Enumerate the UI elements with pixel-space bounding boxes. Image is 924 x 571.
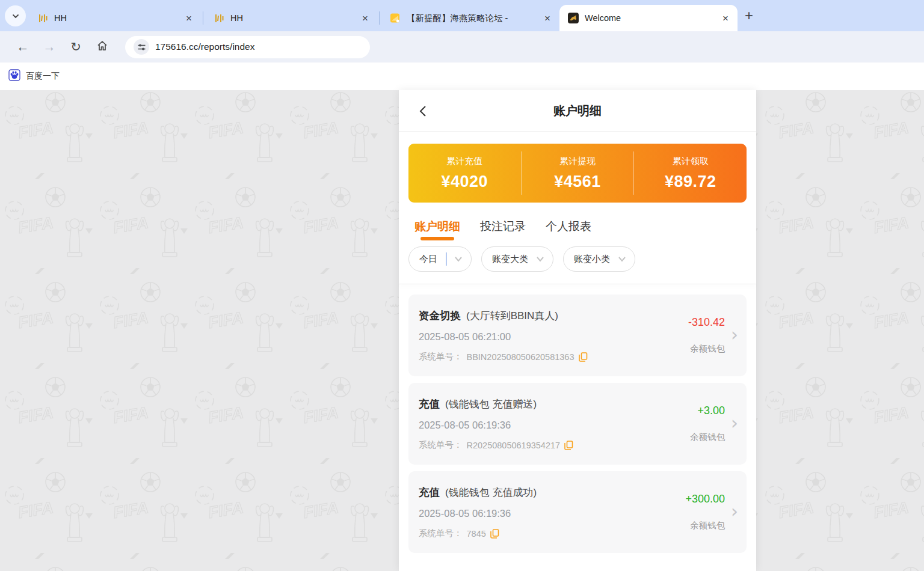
chevron-down-icon bbox=[536, 256, 544, 262]
tab-label: HH bbox=[230, 13, 352, 23]
browser-tab-hh-1[interactable]: HH × bbox=[29, 5, 201, 31]
transaction-detail: (大厅转到BBIN真人) bbox=[466, 310, 558, 322]
site-settings-icon bbox=[137, 43, 146, 52]
mail-favicon bbox=[390, 13, 401, 23]
transaction-wallet: 余额钱包 bbox=[690, 432, 725, 443]
tab-bet-records[interactable]: 投注记录 bbox=[480, 219, 526, 245]
summary-value: ¥4561 bbox=[554, 173, 601, 191]
tab-label: HH bbox=[54, 13, 176, 23]
bookmark-baidu[interactable]: 百度一下 bbox=[26, 71, 60, 82]
tab-personal-report[interactable]: 个人报表 bbox=[546, 219, 591, 245]
transaction-datetime: 2025-08-05 06:19:36 bbox=[419, 420, 653, 431]
tab-close-icon[interactable]: × bbox=[540, 11, 555, 25]
transaction-amount: +3.00 bbox=[697, 405, 725, 417]
tab-close-icon[interactable]: × bbox=[718, 11, 733, 25]
transaction-order: 系统单号： BBIN202508050620581363 bbox=[419, 351, 653, 362]
summary-total-deposit: 累计充值 ¥4020 bbox=[408, 144, 521, 203]
text-caret bbox=[446, 252, 447, 266]
transaction-list: 资金切换(大厅转到BBIN真人) 2025-08-05 06:21:00 系统单… bbox=[399, 284, 756, 553]
hh-favicon bbox=[37, 13, 48, 23]
welcome-favicon bbox=[568, 13, 579, 23]
transaction-title: 充值(钱能钱包 充值赠送) bbox=[419, 397, 653, 411]
page-content: FIFA 账户明细 bbox=[0, 90, 924, 571]
transaction-datetime: 2025-08-05 06:19:36 bbox=[419, 508, 653, 519]
summary-label: 累计领取 bbox=[673, 156, 709, 167]
bookmarks-bar: 百度一下 bbox=[0, 63, 924, 90]
transaction-detail: (钱能钱包 充值成功) bbox=[445, 487, 537, 498]
filter-label: 账变大类 bbox=[492, 254, 528, 265]
summary-label: 累计充值 bbox=[446, 156, 482, 167]
forward-button[interactable]: → bbox=[36, 40, 63, 54]
filter-minor-category-dropdown[interactable]: 账变小类 bbox=[563, 246, 635, 272]
order-label: 系统单号： bbox=[419, 351, 463, 362]
account-detail-panel: 账户明细 累计充值 ¥4020 累计提现 ¥4561 累计领取 ¥89.72 账… bbox=[399, 90, 756, 571]
back-icon[interactable] bbox=[416, 102, 431, 123]
transaction-wallet: 余额钱包 bbox=[690, 343, 725, 355]
tab-search-button[interactable] bbox=[5, 5, 26, 26]
transaction-info: 充值(钱能钱包 充值赠送) 2025-08-05 06:19:36 系统单号： … bbox=[419, 383, 653, 465]
copy-icon[interactable] bbox=[579, 352, 588, 362]
transaction-amount-block: -310.42 余额钱包 bbox=[653, 295, 725, 376]
tab-label: 【新提醒】海燕策略论坛 - bbox=[407, 13, 534, 24]
order-number: BBIN202508050620581363 bbox=[467, 352, 574, 362]
copy-icon[interactable] bbox=[490, 529, 499, 539]
url-text[interactable]: 175616.cc/reports/index bbox=[155, 41, 254, 52]
transaction-detail: (钱能钱包 充值赠送) bbox=[445, 398, 537, 410]
transaction-info: 资金切换(大厅转到BBIN真人) 2025-08-05 06:21:00 系统单… bbox=[419, 295, 653, 376]
transaction-row[interactable]: 充值(钱能钱包 充值赠送) 2025-08-05 06:19:36 系统单号： … bbox=[408, 383, 747, 465]
address-bar[interactable]: 175616.cc/reports/index bbox=[125, 36, 370, 58]
site-settings-button[interactable] bbox=[134, 39, 149, 55]
browser-tab-strip: HH × HH × 【新提醒】海燕策略论坛 - × Welcome × + bbox=[0, 0, 924, 31]
transaction-row[interactable]: 资金切换(大厅转到BBIN真人) 2025-08-05 06:21:00 系统单… bbox=[408, 295, 747, 376]
order-number: 7845 bbox=[467, 529, 486, 539]
filter-label: 账变小类 bbox=[574, 254, 610, 265]
back-button[interactable]: ← bbox=[10, 40, 36, 54]
transaction-title: 充值(钱能钱包 充值成功) bbox=[419, 485, 653, 499]
transaction-amount: +300.00 bbox=[685, 493, 725, 505]
chevron-down-icon bbox=[11, 12, 20, 20]
transaction-datetime: 2025-08-05 06:21:00 bbox=[419, 331, 653, 343]
transaction-amount: -310.42 bbox=[688, 316, 725, 329]
filter-major-category-dropdown[interactable]: 账变大类 bbox=[481, 246, 553, 272]
chevron-down-icon bbox=[454, 256, 463, 262]
filter-label: 今日 bbox=[419, 254, 437, 265]
chevron-down-icon bbox=[618, 256, 626, 262]
reload-button[interactable]: ↻ bbox=[63, 40, 89, 54]
tab-label: Welcome bbox=[585, 13, 712, 23]
baidu-favicon bbox=[8, 69, 20, 84]
order-label: 系统单号： bbox=[419, 439, 463, 451]
summary-total-claimed: 累计领取 ¥89.72 bbox=[634, 144, 747, 203]
summary-value: ¥4020 bbox=[442, 173, 488, 191]
transaction-title: 资金切换(大厅转到BBIN真人) bbox=[419, 308, 653, 323]
copy-icon[interactable] bbox=[564, 441, 573, 450]
panel-header: 账户明细 bbox=[399, 90, 756, 132]
order-label: 系统单号： bbox=[419, 528, 463, 539]
transaction-row[interactable]: 充值(钱能钱包 充值成功) 2025-08-05 06:19:36 系统单号： … bbox=[408, 471, 747, 553]
hh-favicon bbox=[214, 13, 224, 23]
summary-label: 累计提现 bbox=[559, 156, 596, 167]
transaction-amount-block: +300.00 余额钱包 bbox=[653, 471, 725, 553]
browser-tab-hh-2[interactable]: HH × bbox=[205, 5, 377, 31]
tab-account-detail[interactable]: 账户明细 bbox=[414, 219, 460, 245]
chevron-right-icon[interactable]: › bbox=[725, 324, 741, 347]
chevron-right-icon[interactable]: › bbox=[725, 501, 741, 524]
page-title: 账户明细 bbox=[553, 103, 602, 119]
page-tabs: 账户明细 投注记录 个人报表 bbox=[399, 203, 756, 245]
transaction-order: 系统单号： R202508050619354217 bbox=[419, 439, 653, 451]
transaction-info: 充值(钱能钱包 充值成功) 2025-08-05 06:19:36 系统单号： … bbox=[419, 471, 653, 553]
chevron-right-icon[interactable]: › bbox=[725, 412, 741, 436]
transaction-order: 系统单号： 7845 bbox=[419, 528, 653, 539]
tab-separator bbox=[203, 11, 203, 25]
summary-total-withdraw: 累计提现 ¥4561 bbox=[522, 144, 634, 203]
browser-tab-welcome-active[interactable]: Welcome × bbox=[559, 5, 738, 31]
transaction-amount-block: +3.00 余额钱包 bbox=[653, 383, 725, 465]
tab-close-icon[interactable]: × bbox=[358, 11, 372, 25]
transaction-type: 充值 bbox=[419, 398, 440, 410]
transaction-wallet: 余额钱包 bbox=[690, 520, 725, 531]
tab-close-icon[interactable]: × bbox=[182, 11, 196, 25]
home-button[interactable] bbox=[89, 40, 116, 55]
browser-tab-forum[interactable]: 【新提醒】海燕策略论坛 - × bbox=[381, 5, 559, 31]
home-icon bbox=[96, 40, 108, 52]
filter-date-dropdown[interactable]: 今日 bbox=[408, 246, 472, 272]
new-tab-button[interactable]: + bbox=[738, 7, 760, 24]
